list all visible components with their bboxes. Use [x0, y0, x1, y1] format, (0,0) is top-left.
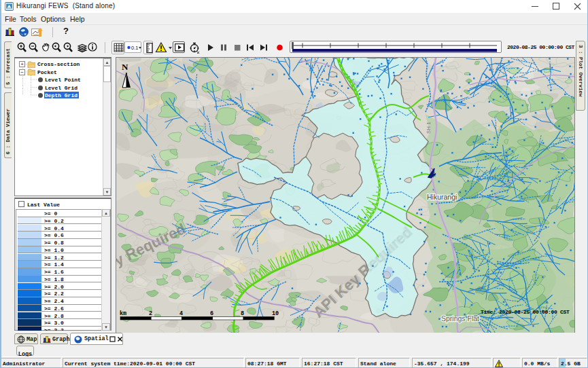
- svg-text:6: 6: [210, 310, 213, 317]
- svg-text:km: km: [120, 310, 126, 317]
- svg-text:N: N: [122, 62, 128, 72]
- svg-text:10: 10: [272, 310, 279, 317]
- svg-text:0.1: 0.1: [131, 45, 138, 51]
- svg-text:SH 1: SH 1: [426, 122, 432, 134]
- svg-text:Hikurangi: Hikurangi: [427, 193, 457, 201]
- svg-text:4: 4: [179, 310, 183, 317]
- svg-text:2: 2: [149, 310, 152, 317]
- svg-text:8: 8: [241, 310, 244, 317]
- svg-text:Time: 2020-08-25 00:00:00 CST: Time: 2020-08-25 00:00:00 CST: [481, 309, 570, 315]
- svg-text:Springs Flat: Springs Flat: [441, 314, 479, 323]
